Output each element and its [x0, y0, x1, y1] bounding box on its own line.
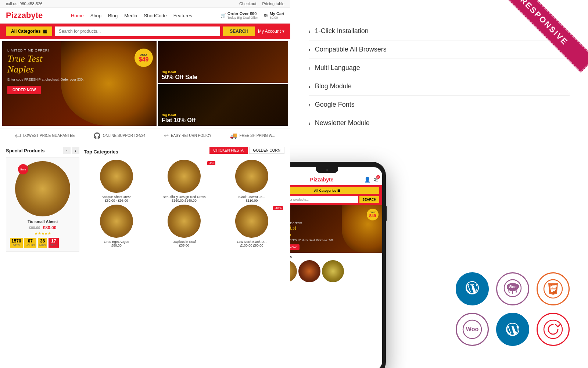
order-icon-item[interactable]: 🛒 Order Over $90 Today Big Deal Offer [220, 11, 258, 20]
phone-order-button[interactable]: ORDER NOW [290, 244, 300, 250]
hero-subtitle: Enter code FREESHIP at checkout, Order o… [7, 78, 83, 81]
cart-label: My Cart [270, 11, 284, 16]
countdown: 1570 DAYS 07 HOURS 36 MINS 17 SECS [10, 238, 75, 248]
side-label-1: Big Deal! 50% Off Sale [158, 68, 201, 83]
next-arrow[interactable]: › [72, 147, 79, 154]
feature-label-4: Google Fonts [315, 101, 355, 109]
phone-pizza-2 [322, 260, 344, 282]
shipping-label: FREE SHIPPING W... [240, 134, 275, 138]
svg-rect-10 [553, 291, 555, 292]
categories-button[interactable]: All Categories ▦ [6, 26, 52, 36]
nav-features[interactable]: Features [173, 13, 192, 18]
wordpress-logo [464, 280, 480, 298]
shipping-icon: 🚚 [230, 132, 237, 139]
phone-cart-icon[interactable]: 🛍0 [373, 177, 379, 183]
phone-section-title: Top Pizzas [290, 255, 379, 259]
offer-label: LIMITED TIME OFFER! [7, 49, 83, 52]
cat-tab-0[interactable]: CHICKEN FIESTA [209, 147, 248, 154]
phone-user-icon[interactable]: 👤 [364, 177, 370, 183]
discount-tag-5: -10% [273, 206, 283, 210]
main-nav: Home Shop Blog Media ShortCode Features [71, 13, 192, 18]
countdown-days: 1570 DAYS [10, 238, 23, 248]
checkout-link[interactable]: Checkout [239, 1, 256, 6]
countdown-secs: 17 SECS [49, 238, 58, 248]
grid-icon: ▦ [43, 29, 47, 34]
mobile-mockup: ☰ Pizzabyte 👤 🛍0 All Categories ☰ SEARCH [290, 162, 386, 368]
pizza-img-0 [100, 160, 133, 193]
right-panel: RESPONSIVE › 1-Click Installation › Comp… [290, 0, 588, 368]
return-label: EASY RETURN POLICY [171, 134, 211, 138]
svg-point-14 [544, 320, 562, 339]
feature-label-2: Multi Language [315, 64, 360, 72]
cat-item-3: Gras Eget Augue £80.00 [84, 205, 149, 247]
nav-shop[interactable]: Shop [90, 13, 101, 18]
phone-side-button [386, 206, 387, 221]
cat-tab-1[interactable]: GOLDEN CORN [249, 147, 284, 154]
feature-row-0: › 1-Click Installation [309, 22, 570, 40]
feature-row-2: › Multi Language [309, 59, 570, 77]
tech-icon-wp2[interactable] [496, 313, 529, 346]
feature-row-1: › Compatible All Browsers [309, 40, 570, 59]
hero-side-item-1: Big Deal! 50% Off Sale [158, 41, 288, 83]
header-icons: 🛒 Order Over $90 Today Big Deal Offer 🛍 … [220, 11, 284, 20]
svg-rect-7 [550, 287, 556, 289]
category-grid: Antique Short Dress £80.00 - £98.00 -7% … [84, 160, 284, 247]
search-input[interactable] [55, 26, 220, 36]
order-label: Order Over $90 [227, 11, 258, 16]
phone-pizza-0 [290, 260, 297, 282]
phone-number: call us: 980-458-526 [6, 1, 43, 6]
nav-media[interactable]: Media [124, 13, 137, 18]
phone-search-bar: All Categories ☰ [290, 185, 382, 196]
my-account-button[interactable]: My Account ▾ [258, 29, 284, 34]
cart-icon: 🛒 [220, 13, 226, 18]
phone-search-row: SEARCH [290, 196, 382, 205]
nav-blog[interactable]: Blog [108, 13, 118, 18]
phone-search-button[interactable]: SEARCH [359, 196, 379, 203]
feature-row-3: › Blog Module [309, 77, 570, 96]
hero-title: True Test Naples [7, 54, 83, 75]
price-icon: 🏷 [15, 132, 21, 139]
products-section: Special Products ‹ › Sale Tic small Ales… [0, 143, 290, 255]
feature-label-3: Blog Module [315, 82, 352, 90]
pizza-img-1 [168, 160, 201, 193]
tech-icon-wp[interactable] [456, 272, 489, 305]
feature-label-1: Compatible All Browsers [315, 46, 387, 53]
nav-home[interactable]: Home [71, 13, 84, 18]
svg-rect-8 [551, 289, 556, 290]
phone-cat-button[interactable]: All Categories ☰ [290, 187, 379, 194]
tech-icon-woocommerce[interactable]: Woo [496, 272, 529, 305]
site-header: Pizzabyte Home Shop Blog Media ShortCode… [0, 8, 290, 24]
hero-main: LIMITED TIME OFFER! True Test Naples Ent… [2, 41, 157, 126]
tech-icon-refresh[interactable] [537, 313, 570, 346]
tech-icon-woo2[interactable]: Woo [456, 313, 489, 346]
svg-text:Woo: Woo [466, 326, 479, 332]
order-now-button[interactable]: ORDER NOW [7, 86, 41, 94]
top-bar: call us: 980-458-526 Checkout Pricing ta… [0, 0, 290, 8]
nav-shortcode[interactable]: ShortCode [144, 13, 167, 18]
cat-item-5: -10% Low Neck Black D... £100.00 £90.00 [219, 205, 284, 247]
pizza-img-5 [235, 205, 268, 238]
svg-rect-9 [551, 291, 553, 292]
feature-support: 🎧 ONLINE SUPPORT 24/24 [93, 132, 146, 139]
svg-text:HTML: HTML [551, 285, 558, 287]
pricing-link[interactable]: Pricing table [262, 1, 284, 6]
site-logo: Pizzabyte [6, 11, 43, 20]
phone-pizza-grid [290, 260, 379, 282]
special-products-title: Special Products [6, 148, 44, 153]
tech-icon-html5[interactable]: 5 HTML [537, 272, 570, 305]
feature-label-0: 1-Click Installation [315, 27, 369, 35]
prev-arrow[interactable]: ‹ [63, 147, 71, 154]
support-icon: 🎧 [93, 132, 101, 139]
phone-search-input[interactable] [290, 196, 358, 203]
phone-screen: ☰ Pizzabyte 👤 🛍0 All Categories ☰ SEARCH [290, 167, 382, 368]
support-label: ONLINE SUPPORT 24/24 [103, 134, 146, 138]
search-button[interactable]: SEARCH [223, 26, 255, 36]
feature-return: ↩ EASY RETURN POLICY [164, 132, 211, 139]
chevron-icon-1: › [309, 47, 311, 53]
phone-header-icons: 👤 🛍0 [364, 177, 379, 183]
top-categories: Top Categories CHICKEN FIESTA GOLDEN COR… [84, 147, 284, 252]
cart-icon-item[interactable]: 🛍 My Cart £0.00 [264, 11, 284, 20]
preview-panel: call us: 980-458-526 Checkout Pricing ta… [0, 0, 290, 368]
features-row: 🏷 LOWEST PRICE GUARANTEE 🎧 ONLINE SUPPOR… [0, 128, 290, 143]
category-tabs: CHICKEN FIESTA GOLDEN CORN [209, 147, 285, 154]
